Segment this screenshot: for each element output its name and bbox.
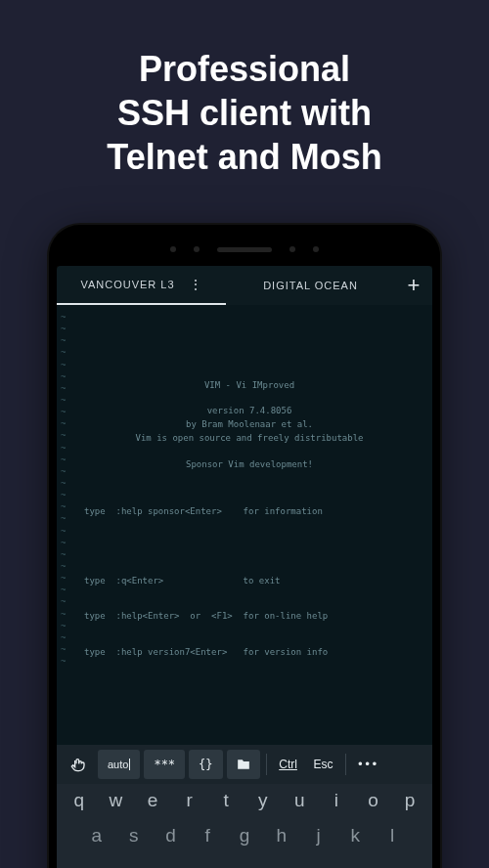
key-l[interactable]: l xyxy=(374,825,411,846)
key-f[interactable]: f xyxy=(189,825,226,846)
gutter-tildes: ~~~~~~~~~~~~~~~~~~~~~~~~~~~~~~ xyxy=(61,311,66,667)
braces-button[interactable]: {} xyxy=(189,750,222,779)
key-w[interactable]: w xyxy=(98,790,135,811)
phone-screen: VANCOUVER L3 ⋮ DIGITAL OCEAN + ~~~~~~~~~… xyxy=(57,266,432,868)
key-o[interactable]: o xyxy=(355,790,392,811)
key-u[interactable]: u xyxy=(282,790,319,811)
tab-bar: VANCOUVER L3 ⋮ DIGITAL OCEAN + xyxy=(57,266,432,305)
key-s[interactable]: s xyxy=(115,825,153,846)
terminal-toolbar: auto *** {} Ctrl Esc ••• xyxy=(57,745,432,784)
tab-label: VANCOUVER L3 xyxy=(80,279,174,290)
headline-line-1: Professional xyxy=(39,47,450,91)
marketing-headline: Professional SSH client with Telnet and … xyxy=(0,0,489,208)
vim-author: by Bram Moolenaar et al. xyxy=(70,418,428,430)
phone-frame: VANCOUVER L3 ⋮ DIGITAL OCEAN + ~~~~~~~~~… xyxy=(49,225,440,868)
vim-splash: VIM - Vi IMproved version 7.4.8056 by Br… xyxy=(70,379,428,470)
key-t[interactable]: t xyxy=(207,790,244,811)
touch-mode-button[interactable] xyxy=(63,750,94,779)
headline-line-3: Telnet and Mosh xyxy=(39,135,450,179)
key-y[interactable]: y xyxy=(244,790,282,811)
vim-help-lines: type :help sponsor<Enter> for informatio… xyxy=(70,482,428,681)
terminal-view[interactable]: ~~~~~~~~~~~~~~~~~~~~~~~~~~~~~~ VIM - Vi … xyxy=(57,305,432,745)
vim-line-help: type :help<Enter> or <F1> for on-line he… xyxy=(84,610,428,622)
vim-line-quit: type :q<Enter> to exit xyxy=(84,575,428,586)
phone-sensors xyxy=(57,233,432,266)
vim-license: Vim is open source and freely distributa… xyxy=(70,432,428,444)
tab-label: DIGITAL OCEAN xyxy=(263,280,358,291)
vim-line-version: type :help version7<Enter> for version i… xyxy=(84,646,428,658)
keyboard-row-2: asdfghjkl xyxy=(61,825,428,846)
key-q[interactable]: q xyxy=(61,790,98,811)
headline-line-2: SSH client with xyxy=(39,91,450,135)
key-g[interactable]: g xyxy=(226,825,263,846)
folder-button[interactable] xyxy=(227,750,260,779)
autocomplete-button[interactable]: auto xyxy=(98,750,140,779)
vim-sponsor-head: Sponsor Vim development! xyxy=(70,458,428,470)
key-a[interactable]: a xyxy=(78,825,115,846)
more-button[interactable]: ••• xyxy=(352,750,383,779)
vim-title: VIM - Vi IMproved xyxy=(70,379,428,391)
key-r[interactable]: r xyxy=(171,790,208,811)
key-i[interactable]: i xyxy=(318,790,355,811)
key-j[interactable]: j xyxy=(300,825,337,846)
toolbar-divider xyxy=(266,754,267,775)
vim-line-sponsor: type :help sponsor<Enter> for informatio… xyxy=(84,505,428,517)
add-tab-button[interactable]: + xyxy=(395,266,432,305)
esc-key-button[interactable]: Esc xyxy=(308,750,339,779)
toolbar-divider xyxy=(345,754,346,775)
soft-keyboard: qwertyuiop asdfghjkl xyxy=(57,784,432,868)
tab-digital-ocean[interactable]: DIGITAL OCEAN xyxy=(226,266,395,305)
key-p[interactable]: p xyxy=(391,790,428,811)
password-button[interactable]: *** xyxy=(144,750,185,779)
ctrl-key-button[interactable]: Ctrl xyxy=(273,750,304,779)
key-h[interactable]: h xyxy=(263,825,300,846)
keyboard-row-1: qwertyuiop xyxy=(61,790,428,811)
tab-vancouver[interactable]: VANCOUVER L3 ⋮ xyxy=(57,266,226,305)
key-d[interactable]: d xyxy=(153,825,190,846)
key-k[interactable]: k xyxy=(336,825,374,846)
vim-version: version 7.4.8056 xyxy=(70,405,428,416)
tab-menu-icon[interactable]: ⋮ xyxy=(189,277,202,292)
key-e[interactable]: e xyxy=(134,790,171,811)
